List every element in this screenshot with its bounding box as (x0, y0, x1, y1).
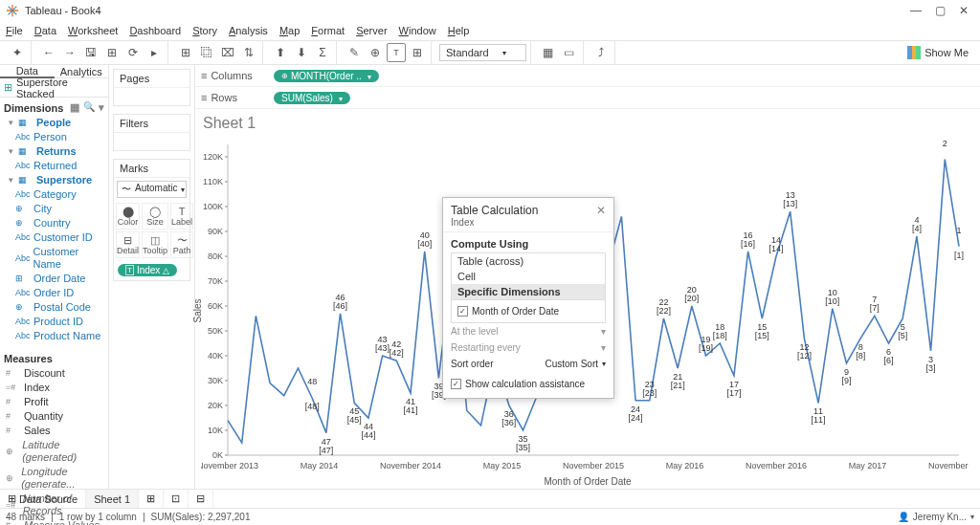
rows-shelf[interactable]: SUM(Sales) (268, 90, 980, 106)
save-button[interactable]: 🖫 (81, 43, 100, 62)
highlight-button[interactable]: ✎ (345, 43, 364, 62)
show-assistance-checkbox[interactable]: ✓ Show calculation assistance (451, 376, 606, 392)
field-category[interactable]: AbcCategory (0, 187, 108, 202)
field-country[interactable]: ⊕Country (0, 216, 108, 230)
marks-label-pill[interactable]: T Index △ (118, 264, 177, 276)
field-postal-code[interactable]: ⊕Postal Code (0, 300, 108, 315)
connection-item[interactable]: ⊞ Superstore Stacked (0, 78, 108, 98)
field-customer-id[interactable]: AbcCustomer ID (0, 230, 108, 245)
field-city[interactable]: ⊕City (0, 202, 108, 216)
totals-button[interactable]: Σ (313, 43, 332, 62)
group-button[interactable]: ⊕ (366, 43, 385, 62)
new-dashboard-button[interactable]: ⊡ (164, 490, 189, 508)
filters-shelf[interactable] (114, 133, 189, 150)
field-discount[interactable]: #Discount (0, 366, 108, 381)
menu-format[interactable]: Format (311, 25, 345, 36)
show-me-button[interactable]: Show Me (907, 46, 976, 59)
menu-window[interactable]: Window (399, 25, 436, 36)
clear-button[interactable]: ⌧ (218, 43, 237, 62)
field-product-name[interactable]: AbcProduct Name (0, 329, 108, 343)
sheet-title[interactable]: Sheet 1 (195, 109, 980, 132)
svg-text:[16]: [16] (741, 239, 755, 249)
menu-map[interactable]: Map (279, 25, 300, 36)
back-button[interactable]: ← (39, 43, 58, 62)
svg-text:[46]: [46] (333, 301, 347, 311)
at-level-row: At the level▾ (451, 323, 606, 339)
menu-server[interactable]: Server (356, 25, 387, 36)
new-story-button[interactable]: ⊟ (189, 490, 213, 508)
data-pane: Data Analytics ⊞ Superstore Stacked Dime… (0, 65, 109, 489)
swap-button[interactable]: ⇅ (239, 43, 258, 62)
svg-text:[21]: [21] (671, 381, 685, 390)
field-customer-name[interactable]: AbcCustomer Name (0, 245, 108, 272)
marks-type-dropdown[interactable]: 〜Automatic▾ (117, 181, 187, 198)
new-worksheet-button[interactable]: ⊞ (139, 490, 164, 508)
show-cards-button[interactable]: ▦ (539, 43, 558, 62)
marks-label[interactable]: TLabel (170, 203, 193, 230)
view-data-icon[interactable]: ▦ (70, 101, 79, 114)
minimize-button[interactable]: — (910, 4, 922, 17)
dialog-subtitle: Index (451, 217, 538, 228)
field-longitude-generate-[interactable]: ⊕Longitude (generate... (0, 465, 108, 492)
share-button[interactable]: ⤴ (591, 43, 611, 62)
field-order-id[interactable]: AbcOrder ID (0, 286, 108, 300)
field-quantity[interactable]: #Quantity (0, 409, 108, 424)
tableau-icon[interactable]: ✦ (8, 43, 27, 62)
duplicate-button[interactable]: ⿻ (197, 43, 216, 62)
sort-desc-button[interactable]: ⬇ (292, 43, 311, 62)
menu-analysis[interactable]: Analysis (229, 25, 268, 36)
menu-story[interactable]: Story (192, 25, 217, 36)
search-icon[interactable]: 🔍 (83, 101, 95, 114)
run-button[interactable]: ▸ (145, 43, 164, 62)
field-order-date[interactable]: ⊞Order Date (0, 272, 108, 286)
marks-size[interactable]: ◯Size (142, 203, 168, 230)
field-person[interactable]: AbcPerson (0, 130, 108, 144)
field-product-id[interactable]: AbcProduct ID (0, 315, 108, 329)
svg-text:[9]: [9] (841, 376, 851, 385)
field-latitude-generated-[interactable]: ⊕Latitude (generated) (0, 438, 108, 465)
auto-update-button[interactable]: ⟳ (123, 43, 143, 62)
menu-file[interactable]: File (6, 25, 23, 36)
columns-pill[interactable]: ⊕MONTH(Order .. (274, 70, 379, 82)
new-data-button[interactable]: ⊞ (102, 43, 122, 62)
menu-help[interactable]: Help (448, 25, 470, 36)
sheet-tab[interactable]: Sheet 1 (86, 490, 139, 508)
close-button[interactable]: ✕ (959, 4, 969, 17)
new-sheet-button[interactable]: ⊞ (176, 43, 195, 62)
field-index[interactable]: =#Index (0, 381, 108, 395)
field-returned[interactable]: AbcReturned (0, 159, 108, 173)
menu-worksheet[interactable]: Worksheet (68, 25, 118, 36)
dimension-checkbox-row[interactable]: ✓ Month of Order Date (457, 303, 599, 319)
datasource-tab[interactable]: ⊞Data Source (0, 490, 86, 508)
status-user[interactable]: Jeremy Kn... (913, 512, 967, 522)
menu-icon[interactable]: ▾ (99, 101, 104, 114)
dialog-close-button[interactable]: ✕ (596, 204, 606, 217)
field-sales[interactable]: #Sales (0, 424, 108, 438)
forward-button[interactable]: → (60, 43, 79, 62)
sort-asc-button[interactable]: ⬆ (271, 43, 290, 62)
marks-detail[interactable]: ⊟Detail (116, 231, 140, 258)
sort-order-row[interactable]: Sort order Custom Sort ▾ (451, 356, 606, 372)
marks-path[interactable]: 〜Path (170, 231, 193, 258)
compute-option-1[interactable]: Cell (452, 269, 605, 284)
menu-dashboard[interactable]: Dashboard (129, 25, 181, 36)
presentation-button[interactable]: ▭ (560, 43, 579, 62)
marks-tooltip[interactable]: ◫Tooltip (142, 231, 168, 258)
maximize-button[interactable]: ▢ (935, 4, 946, 17)
labels-button[interactable]: T (387, 43, 406, 62)
field-people[interactable]: ▾▦People (0, 116, 108, 130)
compute-option-2[interactable]: Specific Dimensions (452, 284, 605, 299)
svg-text:[36]: [36] (501, 418, 516, 427)
columns-shelf[interactable]: ⊕MONTH(Order .. (268, 68, 980, 84)
pages-shelf[interactable] (114, 88, 189, 105)
menu-data[interactable]: Data (34, 25, 56, 36)
field-returns[interactable]: ▾▦Returns (0, 144, 108, 159)
field-profit[interactable]: #Profit (0, 395, 108, 409)
field-region[interactable]: AbcRegion (0, 343, 108, 345)
marks-color[interactable]: ⬤Color (116, 203, 140, 230)
rows-pill[interactable]: SUM(Sales) (274, 92, 350, 104)
fit-dropdown[interactable]: Standard ▾ (439, 44, 526, 61)
fix-axes-button[interactable]: ⊞ (408, 43, 427, 62)
compute-option-0[interactable]: Table (across) (452, 253, 605, 269)
field-superstore[interactable]: ▾▦Superstore (0, 173, 108, 187)
